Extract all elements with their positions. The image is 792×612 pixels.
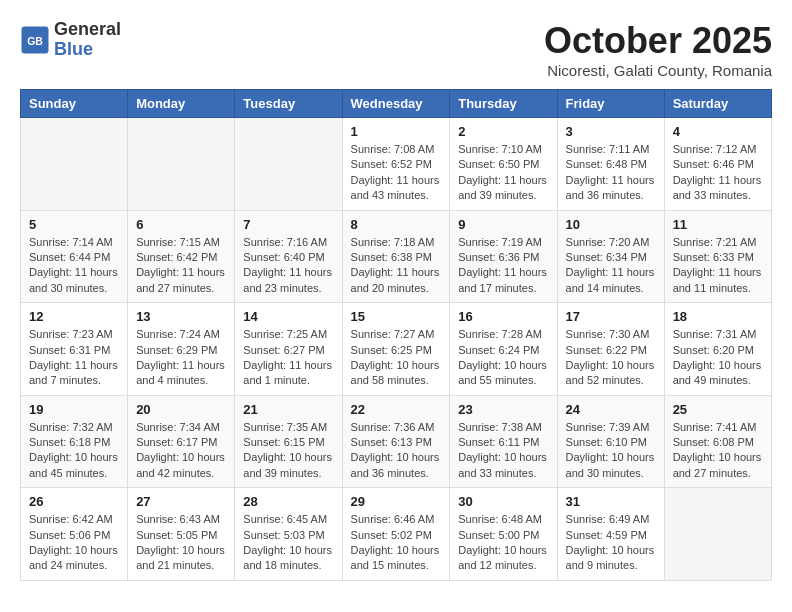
- day-number: 28: [243, 494, 333, 509]
- day-number: 14: [243, 309, 333, 324]
- day-info: Sunrise: 7:35 AMSunset: 6:15 PMDaylight:…: [243, 420, 333, 482]
- day-info: Sunrise: 7:20 AMSunset: 6:34 PMDaylight:…: [566, 235, 656, 297]
- day-number: 13: [136, 309, 226, 324]
- calendar-cell: 22Sunrise: 7:36 AMSunset: 6:13 PMDayligh…: [342, 395, 450, 488]
- day-number: 20: [136, 402, 226, 417]
- day-info: Sunrise: 7:30 AMSunset: 6:22 PMDaylight:…: [566, 327, 656, 389]
- day-info: Sunrise: 7:16 AMSunset: 6:40 PMDaylight:…: [243, 235, 333, 297]
- day-info: Sunrise: 6:46 AMSunset: 5:02 PMDaylight:…: [351, 512, 442, 574]
- calendar-cell: 30Sunrise: 6:48 AMSunset: 5:00 PMDayligh…: [450, 488, 557, 581]
- day-number: 12: [29, 309, 119, 324]
- day-info: Sunrise: 6:43 AMSunset: 5:05 PMDaylight:…: [136, 512, 226, 574]
- day-number: 22: [351, 402, 442, 417]
- calendar-cell: 15Sunrise: 7:27 AMSunset: 6:25 PMDayligh…: [342, 303, 450, 396]
- calendar-cell: 25Sunrise: 7:41 AMSunset: 6:08 PMDayligh…: [664, 395, 771, 488]
- day-number: 25: [673, 402, 763, 417]
- calendar-cell: 9Sunrise: 7:19 AMSunset: 6:36 PMDaylight…: [450, 210, 557, 303]
- day-number: 15: [351, 309, 442, 324]
- calendar-cell: [235, 118, 342, 211]
- day-info: Sunrise: 6:42 AMSunset: 5:06 PMDaylight:…: [29, 512, 119, 574]
- calendar-cell: 12Sunrise: 7:23 AMSunset: 6:31 PMDayligh…: [21, 303, 128, 396]
- logo-icon: GB: [20, 25, 50, 55]
- day-number: 10: [566, 217, 656, 232]
- day-info: Sunrise: 7:14 AMSunset: 6:44 PMDaylight:…: [29, 235, 119, 297]
- day-info: Sunrise: 7:25 AMSunset: 6:27 PMDaylight:…: [243, 327, 333, 389]
- calendar-cell: [21, 118, 128, 211]
- day-number: 7: [243, 217, 333, 232]
- day-info: Sunrise: 7:23 AMSunset: 6:31 PMDaylight:…: [29, 327, 119, 389]
- weekday-header: Wednesday: [342, 90, 450, 118]
- calendar-cell: 19Sunrise: 7:32 AMSunset: 6:18 PMDayligh…: [21, 395, 128, 488]
- day-info: Sunrise: 7:32 AMSunset: 6:18 PMDaylight:…: [29, 420, 119, 482]
- day-number: 19: [29, 402, 119, 417]
- day-info: Sunrise: 6:45 AMSunset: 5:03 PMDaylight:…: [243, 512, 333, 574]
- calendar-week-row: 1Sunrise: 7:08 AMSunset: 6:52 PMDaylight…: [21, 118, 772, 211]
- day-info: Sunrise: 7:39 AMSunset: 6:10 PMDaylight:…: [566, 420, 656, 482]
- calendar-table: SundayMondayTuesdayWednesdayThursdayFrid…: [20, 89, 772, 581]
- weekday-header: Sunday: [21, 90, 128, 118]
- day-number: 11: [673, 217, 763, 232]
- calendar-cell: [128, 118, 235, 211]
- day-info: Sunrise: 7:38 AMSunset: 6:11 PMDaylight:…: [458, 420, 548, 482]
- calendar-cell: 8Sunrise: 7:18 AMSunset: 6:38 PMDaylight…: [342, 210, 450, 303]
- weekday-header: Monday: [128, 90, 235, 118]
- day-number: 18: [673, 309, 763, 324]
- day-number: 24: [566, 402, 656, 417]
- calendar-cell: 17Sunrise: 7:30 AMSunset: 6:22 PMDayligh…: [557, 303, 664, 396]
- day-number: 16: [458, 309, 548, 324]
- day-info: Sunrise: 7:21 AMSunset: 6:33 PMDaylight:…: [673, 235, 763, 297]
- svg-text:GB: GB: [27, 34, 43, 46]
- day-info: Sunrise: 7:24 AMSunset: 6:29 PMDaylight:…: [136, 327, 226, 389]
- day-info: Sunrise: 7:11 AMSunset: 6:48 PMDaylight:…: [566, 142, 656, 204]
- day-number: 3: [566, 124, 656, 139]
- day-info: Sunrise: 7:41 AMSunset: 6:08 PMDaylight:…: [673, 420, 763, 482]
- logo-blue-text: Blue: [54, 39, 93, 59]
- calendar-week-row: 5Sunrise: 7:14 AMSunset: 6:44 PMDaylight…: [21, 210, 772, 303]
- calendar-cell: 5Sunrise: 7:14 AMSunset: 6:44 PMDaylight…: [21, 210, 128, 303]
- day-info: Sunrise: 6:48 AMSunset: 5:00 PMDaylight:…: [458, 512, 548, 574]
- day-number: 5: [29, 217, 119, 232]
- day-info: Sunrise: 7:19 AMSunset: 6:36 PMDaylight:…: [458, 235, 548, 297]
- location-subtitle: Nicoresti, Galati County, Romania: [544, 62, 772, 79]
- calendar-cell: 21Sunrise: 7:35 AMSunset: 6:15 PMDayligh…: [235, 395, 342, 488]
- month-title: October 2025: [544, 20, 772, 62]
- day-number: 6: [136, 217, 226, 232]
- calendar-cell: 24Sunrise: 7:39 AMSunset: 6:10 PMDayligh…: [557, 395, 664, 488]
- day-number: 9: [458, 217, 548, 232]
- calendar-week-row: 19Sunrise: 7:32 AMSunset: 6:18 PMDayligh…: [21, 395, 772, 488]
- calendar-cell: 4Sunrise: 7:12 AMSunset: 6:46 PMDaylight…: [664, 118, 771, 211]
- calendar-cell: 14Sunrise: 7:25 AMSunset: 6:27 PMDayligh…: [235, 303, 342, 396]
- weekday-header: Friday: [557, 90, 664, 118]
- day-number: 23: [458, 402, 548, 417]
- day-number: 1: [351, 124, 442, 139]
- day-info: Sunrise: 6:49 AMSunset: 4:59 PMDaylight:…: [566, 512, 656, 574]
- day-number: 2: [458, 124, 548, 139]
- day-number: 17: [566, 309, 656, 324]
- calendar-cell: 31Sunrise: 6:49 AMSunset: 4:59 PMDayligh…: [557, 488, 664, 581]
- weekday-header: Thursday: [450, 90, 557, 118]
- calendar-cell: [664, 488, 771, 581]
- day-info: Sunrise: 7:18 AMSunset: 6:38 PMDaylight:…: [351, 235, 442, 297]
- logo-general-text: General: [54, 19, 121, 39]
- calendar-cell: 13Sunrise: 7:24 AMSunset: 6:29 PMDayligh…: [128, 303, 235, 396]
- day-number: 31: [566, 494, 656, 509]
- calendar-cell: 27Sunrise: 6:43 AMSunset: 5:05 PMDayligh…: [128, 488, 235, 581]
- weekday-header: Saturday: [664, 90, 771, 118]
- calendar-cell: 16Sunrise: 7:28 AMSunset: 6:24 PMDayligh…: [450, 303, 557, 396]
- day-info: Sunrise: 7:27 AMSunset: 6:25 PMDaylight:…: [351, 327, 442, 389]
- calendar-cell: 1Sunrise: 7:08 AMSunset: 6:52 PMDaylight…: [342, 118, 450, 211]
- calendar-week-row: 26Sunrise: 6:42 AMSunset: 5:06 PMDayligh…: [21, 488, 772, 581]
- calendar-cell: 2Sunrise: 7:10 AMSunset: 6:50 PMDaylight…: [450, 118, 557, 211]
- calendar-cell: 10Sunrise: 7:20 AMSunset: 6:34 PMDayligh…: [557, 210, 664, 303]
- calendar-cell: 18Sunrise: 7:31 AMSunset: 6:20 PMDayligh…: [664, 303, 771, 396]
- page-header: GB General Blue October 2025 Nicoresti, …: [20, 20, 772, 79]
- calendar-cell: 26Sunrise: 6:42 AMSunset: 5:06 PMDayligh…: [21, 488, 128, 581]
- day-info: Sunrise: 7:31 AMSunset: 6:20 PMDaylight:…: [673, 327, 763, 389]
- day-info: Sunrise: 7:28 AMSunset: 6:24 PMDaylight:…: [458, 327, 548, 389]
- calendar-cell: 20Sunrise: 7:34 AMSunset: 6:17 PMDayligh…: [128, 395, 235, 488]
- title-section: October 2025 Nicoresti, Galati County, R…: [544, 20, 772, 79]
- day-number: 8: [351, 217, 442, 232]
- day-number: 26: [29, 494, 119, 509]
- day-info: Sunrise: 7:12 AMSunset: 6:46 PMDaylight:…: [673, 142, 763, 204]
- day-info: Sunrise: 7:10 AMSunset: 6:50 PMDaylight:…: [458, 142, 548, 204]
